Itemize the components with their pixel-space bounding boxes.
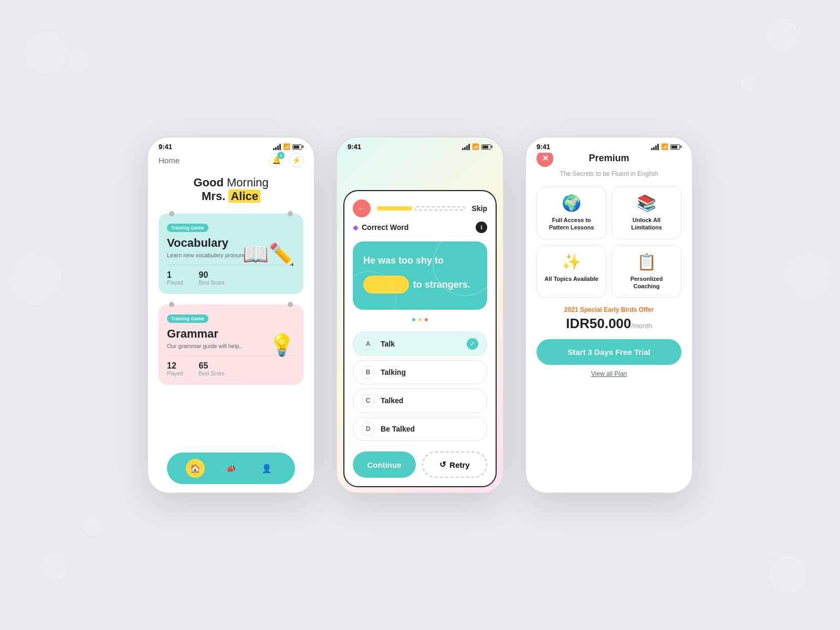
vocabulary-stats: 1 Played 90 Best Score [167,265,295,286]
greeting-name: Mrs. Alice [159,190,303,203]
notification-badge: 2 [277,152,285,159]
back-button[interactable]: ← [353,200,371,217]
status-bar-3: 9:41 📶 [526,138,692,153]
all-topics-icon: ✨ [562,253,581,271]
option-b-text: Talking [381,368,478,376]
offer-label: 2021 Special Early Birds Offer [537,306,681,313]
home-title: Home [159,156,180,165]
price-period: /month [631,322,652,330]
progress-bar [377,206,465,211]
time-1: 9:41 [159,143,172,151]
status-icons-2: 📶 [462,143,492,150]
features-grid: 🌍 Full Access to Pattern Lessons 📚 Unloc… [537,186,681,298]
wifi-icon-2: 📶 [472,143,479,150]
grammar-tag: Training Game [167,314,208,323]
status-icons-1: 📶 [273,143,303,150]
status-icons-3: 📶 [651,143,681,150]
section-row: ◆ Correct Word i [344,222,496,237]
question-suffix: to strangers. [413,279,470,290]
wifi-icon-1: 📶 [283,143,290,150]
unlock-limitations-icon: 📚 [637,194,656,212]
name-highlight: Alice [228,190,260,203]
personalized-coaching-icon: 📋 [637,253,656,271]
vocabulary-tag: Training Game [167,224,208,232]
pin-tr-vocab [288,211,293,216]
battery-icon-3 [670,144,681,150]
time-2: 9:41 [348,143,361,151]
skip-button[interactable]: Skip [471,204,487,213]
premium-title: Premium [589,153,629,164]
feature-unlock-limitations: 📚 Unlock All Limitations [612,186,681,239]
vocabulary-card[interactable]: Training Game Vocabulary Learn new vocab… [159,214,303,294]
header-icons: 🔔 2 ⚡ [269,153,303,167]
feature-all-topics: ✨ All Topics Available [537,245,606,298]
battery-icon-1 [292,144,303,150]
dot-3 [425,318,428,321]
quiz-dots [344,314,496,326]
premium-content: ✕ Premium The Secrets to be Fluent in En… [526,153,692,492]
option-c-text: Talked [381,396,478,405]
quiz-inner: ← Skip ◆ Correct Word i He was too shy t… [343,190,497,487]
info-icon[interactable]: i [476,222,487,233]
nav-announcements[interactable]: 📣 [222,459,240,478]
diamond-icon: ◆ [353,223,359,232]
all-topics-text: All Topics Available [544,275,598,282]
vocabulary-illustration: 📖✏️ [243,242,295,266]
status-bar-2: 9:41 📶 [337,138,503,153]
feature-personalized-coaching: 📋 Personlized Coaching [612,245,681,298]
option-d-text: Be Talked [381,425,478,433]
progress-filled [377,206,412,211]
personalized-coaching-text: Personlized Coaching [617,275,676,290]
close-button[interactable]: ✕ [537,153,553,167]
wifi-icon-3: 📶 [661,143,668,150]
option-a-letter: A [362,338,374,350]
option-b[interactable]: B Talking [353,360,487,384]
grammar-card[interactable]: Training Game Grammar Our grammar guide … [159,304,303,385]
view-plans-link[interactable]: View all Plan [537,370,681,377]
notification-button[interactable]: 🔔 2 [269,153,284,167]
grammar-played: 12 Played [167,361,183,376]
grammar-score: 65 Best Score [199,361,225,376]
price-main: IDR50.000 [566,316,631,331]
option-b-letter: B [362,366,374,379]
option-c[interactable]: C Talked [353,388,487,413]
option-d-letter: D [362,423,374,435]
signal-icon-2 [462,144,470,150]
pattern-lessons-text: Full Access to Pattern Lessons [542,216,601,232]
phone-premium: 9:41 📶 ✕ Premium [525,136,693,494]
vocab-played: 1 Played [167,270,183,286]
quiz-actions: Continue ↺ Retry [344,447,496,486]
greeting-line1: Good Morning [159,176,303,190]
pin-tl-vocab [169,211,174,216]
option-c-letter: C [362,394,374,407]
premium-subtitle: The Secrets to be Fluent in English [537,170,681,177]
quiz-header: ← Skip [344,191,496,222]
correct-check-icon: ✓ [467,338,478,350]
trial-button[interactable]: Start 3 Days Free Trial [537,339,681,365]
battery-icon-2 [481,144,492,150]
phone-quiz: 9:41 📶 ← [336,136,504,494]
answer-row: ······ to strangers. [363,276,477,293]
price-row: IDR50.000/month [537,316,681,332]
nav-profile[interactable]: 👤 [257,459,276,478]
continue-button[interactable]: Continue [353,452,416,478]
signal-icon-1 [273,144,281,150]
option-a-text: Talk [381,340,460,348]
pin-tr-grammar [288,302,293,307]
grammar-stats: 12 Played 65 Best Score [167,355,295,376]
question-text: He was too shy to [363,254,477,267]
retry-icon: ↺ [439,460,446,469]
lightning-button[interactable]: ⚡ [289,153,303,167]
option-d[interactable]: D Be Talked [353,417,487,441]
question-card: He was too shy to ······ to strangers. [353,242,487,310]
retry-label: Retry [449,460,469,469]
retry-button[interactable]: ↺ Retry [422,452,487,478]
premium-header: ✕ Premium [537,153,681,164]
signal-icon-3 [651,144,659,150]
option-a[interactable]: A Talk ✓ [353,332,487,356]
grammar-illustration: 💡 [269,332,295,357]
answer-blank: ······ [363,276,409,293]
nav-home[interactable]: 🏠 [186,459,205,478]
vocab-score: 90 Best Score [199,270,225,286]
section-label: Correct Word [362,223,408,232]
